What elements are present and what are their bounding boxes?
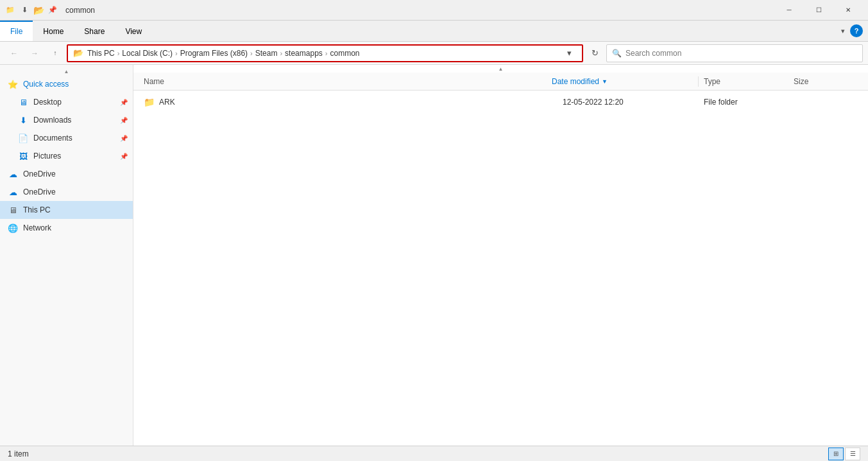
col-divider-1 xyxy=(698,76,699,87)
addressbar-folder-icon: 📂 xyxy=(73,48,83,58)
column-headers: Name Date modified ▼ Type Size xyxy=(133,73,868,91)
titlebar-folder-icon: 📂 xyxy=(33,5,44,15)
nav-forward-button[interactable]: → xyxy=(26,44,44,62)
table-row[interactable]: 📁 ARK 12-05-2022 12:20 File folder xyxy=(133,93,868,111)
breadcrumbs: This PC › Local Disk (C:) › Program File… xyxy=(87,49,559,58)
nav-back-button[interactable]: ← xyxy=(5,44,23,62)
sidebar-documents-label: Documents xyxy=(33,134,72,143)
sidebar-onedrive-work-label: OneDrive xyxy=(23,170,56,178)
col-date-sort-arrow: ▼ xyxy=(602,78,608,85)
filelist: ▲ Name Date modified ▼ Type Size 📁 ARK xyxy=(133,65,868,446)
breadcrumb-common[interactable]: common xyxy=(330,49,359,58)
breadcrumb-sep-2: › xyxy=(175,49,178,57)
desktop-icon: 🖥 xyxy=(18,97,28,107)
close-button[interactable]: ✕ xyxy=(833,0,863,21)
onedrive-work-icon: ☁ xyxy=(8,169,18,179)
sidebar-item-onedrive-personal[interactable]: ☁ OneDrive xyxy=(0,183,133,201)
titlebar-pin-icon: 📌 xyxy=(47,5,58,15)
file-folder-icon: 📁 xyxy=(144,97,154,107)
sidebar-quick-access[interactable]: ⭐ Quick access xyxy=(0,75,133,93)
sidebar-network-label: Network xyxy=(23,223,51,232)
breadcrumb-sep-4: › xyxy=(280,49,282,57)
pictures-icon: 🖼 xyxy=(18,151,28,161)
titlebar-minimize-quick: ⬇ xyxy=(19,5,30,15)
titlebar: 📁 ⬇ 📂 📌 common ─ ☐ ✕ xyxy=(0,0,868,21)
breadcrumb-steamapps[interactable]: steamapps xyxy=(285,49,323,58)
col-header-date[interactable]: Date modified ▼ xyxy=(552,77,693,86)
col-name-label: Name xyxy=(144,77,164,86)
titlebar-system-icon: 📁 xyxy=(5,5,15,15)
sidebar-desktop-label: Desktop xyxy=(33,98,62,107)
file-name-cell: ARK xyxy=(159,98,563,107)
ribbon-collapse-btn[interactable]: ▾ xyxy=(841,27,845,35)
status-item-count: 1 item xyxy=(8,449,29,458)
col-header-name[interactable]: Name xyxy=(144,77,552,86)
downloads-pin-icon: 📌 xyxy=(120,117,128,124)
breadcrumb-sep-3: › xyxy=(250,49,253,57)
view-list-button[interactable]: ☰ xyxy=(845,448,860,460)
col-type-label: Type xyxy=(704,77,720,86)
window-title: common xyxy=(65,6,769,15)
tab-view[interactable]: View xyxy=(115,21,152,41)
breadcrumb-this-pc[interactable]: This PC xyxy=(87,49,115,58)
view-list-icon: ☰ xyxy=(850,450,856,457)
quick-access-icon: ⭐ xyxy=(8,79,18,89)
view-details-button[interactable]: ⊞ xyxy=(828,448,844,460)
col-size-label: Size xyxy=(794,77,808,86)
maximize-button[interactable]: ☐ xyxy=(804,0,833,21)
view-details-icon: ⊞ xyxy=(833,450,838,457)
minimize-button[interactable]: ─ xyxy=(774,0,804,21)
nav-up-button[interactable]: ↑ xyxy=(46,44,64,62)
sidebar-downloads-label: Downloads xyxy=(33,116,71,125)
tab-file[interactable]: File xyxy=(0,21,33,41)
documents-icon: 📄 xyxy=(18,133,28,143)
help-button[interactable]: ? xyxy=(850,24,863,37)
col-date-label: Date modified xyxy=(552,77,599,86)
refresh-button[interactable]: ↻ xyxy=(586,44,604,62)
desktop-pin-icon: 📌 xyxy=(120,99,128,106)
sidebar-item-network[interactable]: 🌐 Network xyxy=(0,219,133,237)
main-content: ▲ ⭐ Quick access 🖥 Desktop 📌 ⬇ Downloads… xyxy=(0,65,868,446)
documents-pin-icon: 📌 xyxy=(120,135,128,142)
search-icon: 🔍 xyxy=(612,49,622,58)
statusbar: 1 item ⊞ ☰ xyxy=(0,446,868,461)
this-pc-icon: 🖥 xyxy=(8,205,18,215)
sidebar-item-desktop[interactable]: 🖥 Desktop 📌 xyxy=(0,93,133,111)
view-buttons: ⊞ ☰ xyxy=(828,448,860,460)
downloads-icon: ⬇ xyxy=(18,115,28,125)
tab-share[interactable]: Share xyxy=(74,21,115,41)
addressbar[interactable]: 📂 This PC › Local Disk (C:) › Program Fi… xyxy=(67,44,583,62)
file-type-cell: File folder xyxy=(704,98,794,107)
sidebar-item-downloads[interactable]: ⬇ Downloads 📌 xyxy=(0,111,133,129)
window-controls: ─ ☐ ✕ xyxy=(774,0,863,21)
col-header-type[interactable]: Type xyxy=(704,77,794,86)
sidebar-item-this-pc[interactable]: 🖥 This PC xyxy=(0,201,133,219)
sidebar-onedrive-personal-label: OneDrive xyxy=(23,187,56,196)
col-header-size[interactable]: Size xyxy=(794,77,858,86)
addressbar-dropdown-button[interactable]: ▾ xyxy=(561,46,577,61)
breadcrumb-sep-1: › xyxy=(117,49,120,57)
search-box[interactable]: 🔍 xyxy=(606,44,863,62)
onedrive-personal-icon: ☁ xyxy=(8,187,18,197)
breadcrumb-program-files[interactable]: Program Files (x86) xyxy=(180,49,248,58)
quick-access-label: Quick access xyxy=(23,80,69,89)
addressbar-row: ← → ↑ 📂 This PC › Local Disk (C:) › Prog… xyxy=(0,42,868,65)
sidebar-item-documents[interactable]: 📄 Documents 📌 xyxy=(0,129,133,147)
filelist-collapse[interactable]: ▲ xyxy=(133,65,868,73)
sidebar-pictures-label: Pictures xyxy=(33,152,61,161)
tab-home[interactable]: Home xyxy=(33,21,74,41)
ribbon: File Home Share View ▾ ? xyxy=(0,21,868,42)
breadcrumb-local-disk[interactable]: Local Disk (C:) xyxy=(122,49,173,58)
sidebar: ▲ ⭐ Quick access 🖥 Desktop 📌 ⬇ Downloads… xyxy=(0,65,133,446)
file-rows: 📁 ARK 12-05-2022 12:20 File folder xyxy=(133,91,868,446)
search-input[interactable] xyxy=(625,49,857,58)
quick-access-collapse[interactable]: ▲ xyxy=(0,67,133,75)
breadcrumb-steam[interactable]: Steam xyxy=(255,49,278,58)
pictures-pin-icon: 📌 xyxy=(120,153,128,160)
network-icon: 🌐 xyxy=(8,223,18,233)
breadcrumb-sep-5: › xyxy=(325,49,328,57)
sidebar-item-pictures[interactable]: 🖼 Pictures 📌 xyxy=(0,147,133,165)
sidebar-item-onedrive-work[interactable]: ☁ OneDrive xyxy=(0,165,133,183)
sidebar-this-pc-label: This PC xyxy=(23,205,51,214)
ribbon-tabs: File Home Share View ▾ ? xyxy=(0,21,868,41)
